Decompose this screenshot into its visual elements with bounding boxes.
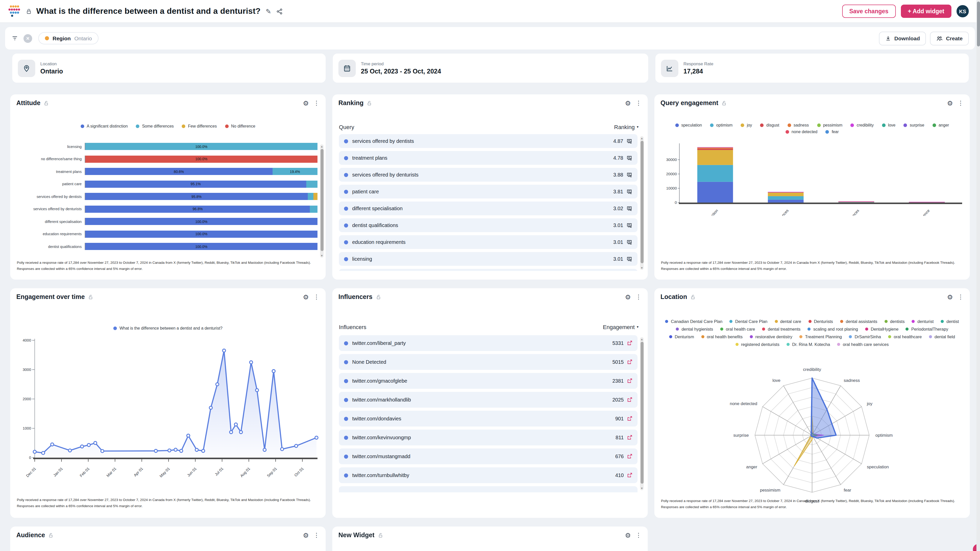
legend-item[interactable]: love bbox=[882, 123, 895, 127]
bar-segment[interactable]: 96.8% bbox=[85, 205, 310, 213]
kebab-menu-icon[interactable]: ⋮ bbox=[635, 532, 641, 538]
legend-item[interactable]: dentist bbox=[941, 319, 959, 324]
list-item[interactable]: twitter.com/turnbullwhitby410 bbox=[339, 467, 638, 483]
external-link-icon[interactable] bbox=[627, 472, 632, 478]
legend-item[interactable]: registered denturists bbox=[735, 342, 780, 347]
gear-icon[interactable]: ⚙ bbox=[947, 294, 953, 300]
legend-item[interactable]: DentalHygiene bbox=[865, 327, 899, 332]
legend-item[interactable]: restorative dentistry bbox=[750, 334, 792, 339]
legend-item[interactable]: surprise bbox=[904, 123, 924, 127]
save-changes-button[interactable]: Save changes bbox=[842, 5, 896, 18]
list-item[interactable]: twitter.com/dondavies901 bbox=[339, 411, 638, 427]
legend-item[interactable]: dentists bbox=[885, 319, 905, 324]
scroll-up-icon[interactable]: ▲ bbox=[640, 338, 644, 341]
stacked-bar-segment[interactable] bbox=[909, 202, 945, 202]
data-point[interactable] bbox=[168, 449, 171, 452]
bar-segment[interactable]: 95.1% bbox=[85, 180, 306, 187]
unlock-icon[interactable] bbox=[88, 294, 94, 300]
external-link-icon[interactable] bbox=[627, 454, 632, 459]
stacked-bar-segment[interactable] bbox=[838, 201, 874, 202]
comment-search-icon[interactable] bbox=[626, 155, 632, 161]
data-point[interactable] bbox=[295, 445, 298, 448]
legend-item[interactable]: PeriodontalTherapy bbox=[906, 327, 948, 332]
stacked-bar-segment[interactable] bbox=[768, 192, 803, 192]
scroll-down-icon[interactable]: ▼ bbox=[640, 266, 644, 269]
stacked-bar-segment[interactable] bbox=[768, 196, 803, 200]
stacked-bar-segment[interactable] bbox=[697, 149, 733, 150]
legend-item[interactable]: dental field bbox=[929, 334, 955, 339]
data-point[interactable] bbox=[101, 449, 104, 453]
external-link-icon[interactable] bbox=[627, 340, 632, 346]
data-point[interactable] bbox=[174, 448, 177, 451]
bar-segment[interactable]: 95.8% bbox=[85, 193, 308, 200]
attitude-scrollbar[interactable]: ▲ ▼ bbox=[320, 144, 324, 258]
legend-item[interactable]: optimism bbox=[710, 123, 732, 127]
legend-item[interactable]: Few differences bbox=[182, 124, 217, 129]
bar-segment[interactable] bbox=[308, 193, 313, 200]
gear-icon[interactable]: ⚙ bbox=[947, 100, 953, 106]
list-item[interactable]: licensing3.01 bbox=[339, 252, 638, 266]
scroll-down-icon[interactable]: ▼ bbox=[640, 487, 644, 490]
list-item[interactable]: treatment plans4.78 bbox=[339, 151, 638, 165]
legend-item[interactable]: No difference bbox=[225, 124, 256, 129]
stacked-bar-segment[interactable] bbox=[838, 202, 874, 202]
legend-item[interactable]: sadness bbox=[788, 123, 809, 127]
legend-item[interactable]: oral health care services bbox=[837, 342, 889, 347]
gear-icon[interactable]: ⚙ bbox=[303, 294, 309, 300]
legend-item[interactable]: Treatment Planning bbox=[800, 334, 842, 339]
add-widget-button[interactable]: + Add widget bbox=[900, 5, 951, 18]
download-button[interactable]: Download bbox=[879, 32, 926, 45]
legend-item[interactable]: oral health care bbox=[720, 327, 755, 332]
data-point[interactable] bbox=[87, 444, 90, 447]
legend-item[interactable]: dental treatments bbox=[762, 327, 800, 332]
kebab-menu-icon[interactable]: ⋮ bbox=[958, 100, 964, 106]
influencers-scrollbar-thumb[interactable] bbox=[640, 342, 643, 484]
share-icon[interactable] bbox=[277, 8, 283, 14]
filter-icon[interactable] bbox=[11, 35, 18, 42]
edit-title-icon[interactable]: ✎ bbox=[266, 7, 271, 15]
radar-series-blue-series[interactable] bbox=[811, 378, 836, 438]
legend-item[interactable]: Dental Care Plan bbox=[730, 319, 767, 324]
list-item[interactable]: None Detected5015 bbox=[339, 354, 638, 370]
external-link-icon[interactable] bbox=[627, 397, 632, 403]
gear-icon[interactable]: ⚙ bbox=[625, 532, 631, 538]
legend-item[interactable]: oral healthcare bbox=[888, 334, 922, 339]
comment-search-icon[interactable] bbox=[626, 239, 632, 245]
bar-segment[interactable] bbox=[306, 180, 318, 187]
legend-item[interactable]: Canadian Dental Care Plan bbox=[665, 319, 722, 324]
window-scrollbar-thumb[interactable] bbox=[977, 2, 980, 46]
stacked-bar-segment[interactable] bbox=[768, 200, 803, 203]
engagement-sort-header[interactable]: Engagement▾ bbox=[603, 324, 638, 330]
data-point[interactable] bbox=[216, 383, 219, 386]
gear-icon[interactable]: ⚙ bbox=[303, 532, 309, 538]
legend-item[interactable]: speculation bbox=[675, 123, 702, 127]
list-item[interactable]: twitter.com/liberal_party5331 bbox=[339, 335, 638, 351]
legend-item[interactable]: Dr. Rina M. Kotecha bbox=[787, 342, 830, 347]
unlock-icon[interactable] bbox=[48, 532, 54, 538]
kebab-menu-icon[interactable]: ⋮ bbox=[313, 294, 320, 300]
list-item[interactable]: patient care3.81 bbox=[339, 185, 638, 198]
data-point[interactable] bbox=[94, 441, 97, 445]
legend-item[interactable]: fear bbox=[826, 130, 839, 134]
data-point[interactable] bbox=[280, 448, 283, 451]
stacked-bar-segment[interactable] bbox=[697, 148, 733, 148]
comment-search-icon[interactable] bbox=[626, 138, 632, 144]
legend-item[interactable]: scaling and root planing bbox=[808, 327, 858, 332]
legend-item[interactable]: denturist bbox=[912, 319, 934, 324]
list-item[interactable]: twitter.com/markhollandlib2025 bbox=[339, 392, 638, 408]
scroll-down-icon[interactable]: ▼ bbox=[320, 254, 324, 257]
legend-item[interactable]: dental hygienists bbox=[676, 327, 713, 332]
data-point[interactable] bbox=[180, 449, 183, 453]
data-point[interactable] bbox=[41, 451, 45, 454]
data-point[interactable] bbox=[51, 443, 54, 446]
external-link-icon[interactable] bbox=[627, 378, 632, 384]
bar-segment[interactable] bbox=[313, 193, 318, 200]
stacked-bar-segment[interactable] bbox=[697, 182, 733, 203]
list-item[interactable]: services offered by denturists3.88 bbox=[339, 168, 638, 182]
legend-item[interactable]: DrSamirSinha bbox=[849, 334, 881, 339]
unlock-icon[interactable] bbox=[375, 294, 381, 300]
unlock-icon[interactable] bbox=[690, 294, 696, 300]
legend-item[interactable]: disgust bbox=[760, 123, 780, 127]
data-point[interactable] bbox=[154, 449, 158, 453]
list-item[interactable]: twitter.com/gmacofglebe2381 bbox=[339, 373, 638, 389]
